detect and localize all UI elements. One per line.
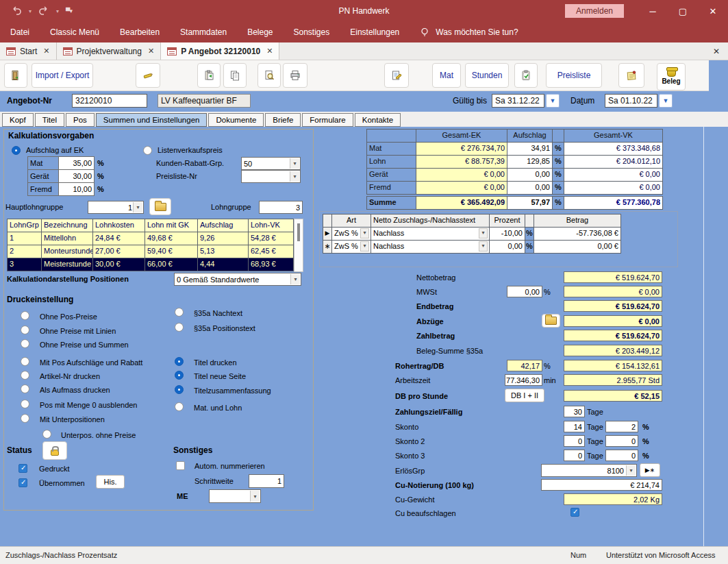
tell-me-search[interactable]: Was möchten Sie tun? bbox=[410, 27, 518, 38]
gueltig-bis-dropdown-icon[interactable]: ▼ bbox=[546, 94, 560, 108]
skonto3-pct-input[interactable]: 0 bbox=[605, 450, 638, 461]
radio-mit-unterpositionen[interactable] bbox=[21, 414, 29, 423]
chevron-down-icon[interactable] bbox=[360, 228, 369, 238]
mat-aufschlag-input[interactable]: 35,00 bbox=[58, 156, 95, 170]
db-1-2-button[interactable]: DB I + II bbox=[505, 389, 544, 402]
anmelden-button[interactable]: Anmelden bbox=[565, 4, 624, 18]
menu-belege[interactable]: Belege bbox=[237, 22, 283, 42]
art-select[interactable]: ZwS % bbox=[332, 228, 371, 241]
doc-tab-projektverwaltung[interactable]: Projektverwaltung ✕ bbox=[57, 42, 162, 60]
close-button[interactable]: ✕ bbox=[698, 0, 728, 22]
hauptlohngruppe-select[interactable]: 1 bbox=[88, 201, 144, 214]
kunden-rabatt-select[interactable]: 50 bbox=[241, 157, 301, 170]
me-select[interactable] bbox=[209, 489, 261, 503]
chevron-down-icon[interactable] bbox=[626, 465, 636, 476]
table-row[interactable]: 2 Monteurstunde 27,00 € 59,40 € 5,13 62,… bbox=[8, 245, 294, 258]
gedruckt-checkbox[interactable] bbox=[18, 464, 27, 473]
radio-titel-neue-seite[interactable] bbox=[175, 371, 184, 380]
radio-ohne-pos-preise[interactable] bbox=[21, 311, 29, 320]
lv-name-field[interactable]: LV Kaffeequartier BF bbox=[158, 94, 251, 108]
tab-titel[interactable]: Titel bbox=[35, 113, 64, 127]
lohn-table-scrollbar[interactable] bbox=[294, 219, 303, 272]
redo-icon[interactable] bbox=[38, 5, 49, 16]
fremd-aufschlag-input[interactable]: 10,00 bbox=[58, 182, 95, 196]
gueltig-bis-input[interactable]: Sa 31.12.22 bbox=[492, 94, 544, 108]
customize-quick-access-icon[interactable]: ▀▾ bbox=[66, 8, 72, 14]
geraet-aufschlag-input[interactable]: 30,00 bbox=[58, 169, 95, 183]
radio-35a-nachtext[interactable] bbox=[175, 308, 184, 317]
tab-summen-und-einstellungen[interactable]: Summen und Einstellungen bbox=[96, 113, 208, 127]
notes-button[interactable] bbox=[618, 63, 644, 88]
checklist-button[interactable] bbox=[514, 63, 538, 88]
chevron-down-icon[interactable] bbox=[250, 491, 260, 502]
menu-bearbeiten[interactable]: Bearbeiten bbox=[110, 22, 170, 42]
scrollbar-thumb[interactable] bbox=[297, 223, 300, 241]
menu-sonstiges[interactable]: Sonstiges bbox=[284, 22, 340, 42]
tab-close-icon[interactable]: ✕ bbox=[148, 47, 154, 56]
radio-aufschlag-auf-ek[interactable] bbox=[12, 146, 21, 155]
radio-listenverkaufspreis[interactable] bbox=[143, 146, 152, 155]
chevron-down-icon[interactable] bbox=[479, 241, 488, 252]
zuschlag-new-row[interactable]: ∗ ZwS % Nachlass 0,00 % 0,00 € bbox=[323, 241, 621, 254]
import-export-button[interactable]: Import / Export bbox=[32, 63, 93, 88]
menu-classic-menue[interactable]: Classic Menü bbox=[40, 22, 110, 42]
print-button[interactable] bbox=[283, 63, 307, 88]
chevron-down-icon[interactable] bbox=[360, 241, 369, 252]
cu-beaufschlagen-checkbox[interactable] bbox=[570, 508, 579, 517]
table-row-selected[interactable]: 3 Meisterstunde 30,00 € 66,00 € 4,44 68,… bbox=[8, 258, 294, 271]
tab-formulare[interactable]: Formulare bbox=[302, 113, 353, 127]
stunden-button[interactable]: Stunden bbox=[465, 63, 509, 88]
pencil-tool-button[interactable] bbox=[136, 63, 160, 88]
table-row[interactable]: 1 Mittellohn 24,84 € 49,68 € 9,26 54,28 … bbox=[8, 232, 294, 245]
arbeitszeit-min-input[interactable]: 77.346,30 bbox=[505, 374, 542, 386]
beleg-button[interactable]: Beleg bbox=[657, 63, 686, 90]
kalkdarstellung-select[interactable]: 0 Gemäß Standardwerte bbox=[174, 273, 301, 286]
radio-titel-drucken[interactable] bbox=[175, 357, 184, 366]
tab-close-icon[interactable]: ✕ bbox=[43, 47, 49, 56]
undo-icon[interactable] bbox=[11, 5, 22, 16]
copy-button[interactable] bbox=[223, 63, 247, 88]
radio-ohne-preise-und-summen[interactable] bbox=[21, 339, 29, 348]
chevron-down-icon[interactable] bbox=[133, 202, 142, 212]
skonto2-pct-input[interactable]: 0 bbox=[605, 435, 638, 447]
chevron-down-icon[interactable] bbox=[479, 228, 488, 238]
erloesgrp-new-button[interactable]: ▶∗ bbox=[640, 463, 660, 477]
tab-dokumente[interactable]: Dokumente bbox=[208, 113, 264, 127]
paste-button[interactable] bbox=[197, 63, 221, 88]
lohngruppen-table[interactable]: LohnGrp Bezeichnung Lohnkosten Lohn mit … bbox=[7, 219, 294, 271]
lock-button[interactable] bbox=[42, 441, 67, 460]
doc-tab-start[interactable]: Start ✕ bbox=[0, 42, 57, 60]
chevron-down-icon[interactable] bbox=[290, 158, 299, 169]
datum-input[interactable]: Sa 01.10.22 bbox=[605, 94, 657, 108]
art-select[interactable]: ZwS % bbox=[332, 241, 371, 254]
abzuege-open-button[interactable] bbox=[542, 314, 560, 328]
maximize-button[interactable]: ▢ bbox=[668, 0, 698, 22]
mat-button[interactable]: Mat bbox=[432, 63, 461, 88]
autom-nummerieren-checkbox[interactable] bbox=[176, 461, 185, 470]
zuschlag-row[interactable]: ▶ ZwS % Nachlass -10,00 % -57.736,08 € bbox=[323, 228, 621, 241]
radio-unterpos-ohne-preise[interactable] bbox=[42, 430, 51, 439]
radio-als-aufmass-drucken[interactable] bbox=[21, 384, 29, 393]
nachlasstext-select[interactable]: Nachlass bbox=[371, 241, 490, 254]
datum-dropdown-icon[interactable]: ▼ bbox=[659, 94, 673, 108]
tab-close-icon[interactable]: ✕ bbox=[266, 47, 273, 56]
skonto-pct-input[interactable]: 2 bbox=[605, 421, 638, 432]
tab-kontakte[interactable]: Kontakte bbox=[355, 113, 401, 127]
zahlungsziel-tage-input[interactable]: 30 bbox=[564, 406, 585, 417]
doc-tab-angebot[interactable]: P Angebot 32120010 ✕ bbox=[161, 42, 279, 60]
menu-datei[interactable]: Datei bbox=[0, 22, 40, 42]
tab-kopf[interactable]: Kopf bbox=[2, 113, 34, 127]
hauptlohngruppe-open-button[interactable] bbox=[149, 198, 171, 215]
tab-briefe[interactable]: Briefe bbox=[265, 113, 301, 127]
angebot-nr-input[interactable]: 32120010 bbox=[72, 94, 147, 108]
preisliste-nr-select[interactable] bbox=[241, 170, 301, 183]
radio-ohne-preise-mit-linien[interactable] bbox=[21, 326, 29, 334]
radio-35a-positionstext[interactable] bbox=[175, 323, 184, 332]
prozent-input[interactable]: -10,00 bbox=[490, 228, 525, 241]
undo-dropdown-icon[interactable]: ▾ bbox=[29, 8, 32, 14]
schrittweite-input[interactable]: 1 bbox=[249, 474, 284, 488]
skonto2-tage-input[interactable]: 0 bbox=[564, 435, 585, 447]
chevron-down-icon[interactable] bbox=[290, 171, 299, 182]
redo-dropdown-icon[interactable]: ▾ bbox=[56, 8, 59, 14]
cu-notierung-input[interactable]: € 214,74 bbox=[541, 479, 662, 491]
